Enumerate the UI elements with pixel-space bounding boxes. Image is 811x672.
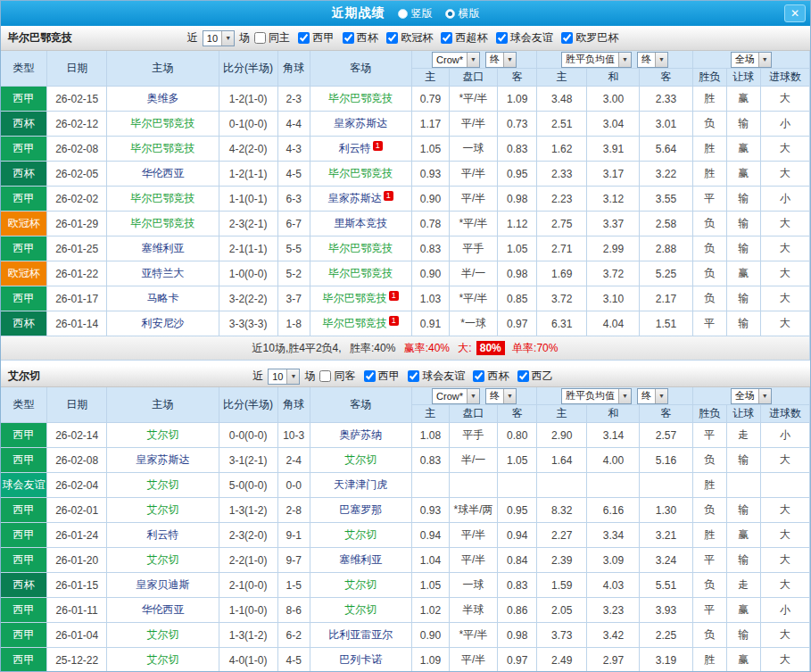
col-header-away: 客场 bbox=[310, 387, 412, 423]
checkbox-input[interactable] bbox=[319, 370, 331, 382]
score-cell: 1-1(0-0) bbox=[219, 598, 278, 623]
checkbox-input[interactable] bbox=[561, 32, 573, 44]
avg-type-select[interactable]: 胜平负均值 ▼ bbox=[561, 388, 632, 404]
home-team-link[interactable]: 华伦西亚 bbox=[141, 603, 184, 616]
home-team-link[interactable]: 利安尼沙 bbox=[141, 317, 184, 329]
league-filter-checkbox[interactable]: 西杯 bbox=[343, 30, 378, 46]
league-filter-checkbox[interactable]: 同客 bbox=[319, 369, 355, 384]
away-team-link[interactable]: 毕尔巴鄂竞技 bbox=[328, 92, 393, 104]
league-filter-checkbox[interactable]: 西杯 bbox=[473, 369, 509, 384]
avg-draw-cell: 4.04 bbox=[587, 311, 640, 336]
layout-radio-horizontal[interactable]: 横版 bbox=[445, 6, 480, 21]
checkbox-input[interactable] bbox=[473, 370, 484, 382]
home-team-link[interactable]: 奥维多 bbox=[146, 92, 178, 104]
avg-draw-cell: 3.10 bbox=[587, 286, 640, 311]
layout-radio-vertical[interactable]: 竖版 bbox=[398, 6, 433, 21]
checkbox-input[interactable] bbox=[408, 370, 419, 382]
checkbox-input[interactable] bbox=[364, 370, 376, 382]
home-team-link[interactable]: 毕尔巴鄂竞技 bbox=[130, 142, 194, 154]
date-cell: 26-01-15 bbox=[47, 573, 107, 598]
odds-final-select[interactable]: 终 ▼ bbox=[485, 388, 517, 404]
away-team-link[interactable]: 巴列卡诺 bbox=[339, 653, 382, 666]
avg-final-select[interactable]: 终 ▼ bbox=[637, 52, 668, 68]
close-button[interactable]: ✕ bbox=[784, 4, 806, 22]
handicap-line-cell: 平/半 bbox=[450, 162, 498, 187]
home-team-link[interactable]: 华伦西亚 bbox=[141, 167, 184, 179]
match-row: 西甲 26-02-14 艾尔切 0-0(0-0) 10-3 奥萨苏纳 1.08 … bbox=[1, 423, 810, 448]
away-team-cell: 毕尔巴鄂竞技 bbox=[310, 261, 412, 286]
league-filter-checkbox[interactable]: 西甲 bbox=[364, 369, 400, 384]
away-team-link[interactable]: 艾尔切 bbox=[344, 453, 377, 466]
avg-away-cell: 2.25 bbox=[640, 623, 692, 648]
home-team-link[interactable]: 亚特兰大 bbox=[141, 267, 184, 279]
avg-type-select[interactable]: 胜平负均值 ▼ bbox=[561, 52, 632, 68]
away-team-link[interactable]: 塞维利亚 bbox=[339, 553, 382, 566]
result-cell: 负 bbox=[693, 286, 727, 311]
home-team-link[interactable]: 毕尔巴鄂竞技 bbox=[130, 192, 194, 204]
match-row: 西甲 26-01-25 塞维利亚 2-1(1-1) 5-5 毕尔巴鄂竞技 0.8… bbox=[1, 236, 810, 261]
checkbox-input[interactable] bbox=[254, 32, 266, 44]
league-filter-checkbox[interactable]: 同主 bbox=[254, 30, 290, 46]
away-team-link[interactable]: 皇家苏斯达 bbox=[334, 117, 387, 129]
away-team-link[interactable]: 比利亚雷亚尔 bbox=[328, 628, 393, 641]
checkbox-input[interactable] bbox=[517, 370, 529, 382]
home-team-link[interactable]: 毕尔巴鄂竞技 bbox=[130, 217, 194, 229]
home-team-link[interactable]: 艾尔切 bbox=[146, 428, 178, 441]
home-team-link[interactable]: 艾尔切 bbox=[146, 653, 178, 666]
checkbox-input[interactable] bbox=[441, 32, 452, 44]
home-team-link[interactable]: 皇家苏斯达 bbox=[136, 453, 189, 466]
checkbox-input[interactable] bbox=[496, 32, 508, 44]
away-team-link[interactable]: 巴塞罗那 bbox=[339, 503, 382, 516]
result-cell: 胜 bbox=[693, 162, 727, 187]
home-team-link[interactable]: 马略卡 bbox=[146, 292, 178, 304]
avg-away-cell bbox=[640, 473, 692, 498]
away-team-link[interactable]: 毕尔巴鄂竞技 bbox=[323, 292, 387, 304]
league-filter-checkbox[interactable]: 西乙 bbox=[517, 369, 553, 384]
date-cell: 26-02-02 bbox=[47, 187, 107, 212]
handicap-result-cell: 走 bbox=[727, 423, 761, 448]
handicap-line-cell: 平手 bbox=[450, 236, 498, 261]
bookmaker-select[interactable]: Crow* ▼ bbox=[432, 388, 480, 404]
away-team-link[interactable]: 艾尔切 bbox=[344, 578, 377, 591]
checkbox-input[interactable] bbox=[343, 32, 354, 44]
away-team-link[interactable]: 毕尔巴鄂竞技 bbox=[328, 242, 393, 254]
checkbox-input[interactable] bbox=[298, 32, 310, 44]
away-team-link[interactable]: 皇家苏斯达 bbox=[328, 192, 382, 204]
corners-cell: 4-5 bbox=[278, 648, 310, 672]
result-cell: 负 bbox=[693, 623, 727, 648]
league-filter-checkbox[interactable]: 西甲 bbox=[298, 30, 334, 46]
home-team-link[interactable]: 塞维利亚 bbox=[141, 242, 184, 254]
league-filter-checkbox[interactable]: 欧冠杯 bbox=[386, 30, 433, 46]
home-team-link[interactable]: 艾尔切 bbox=[146, 478, 178, 491]
home-team-link[interactable]: 艾尔切 bbox=[146, 628, 178, 641]
home-team-link[interactable]: 毕尔巴鄂竞技 bbox=[130, 117, 194, 129]
home-team-link[interactable]: 艾尔切 bbox=[146, 553, 178, 566]
away-team-link[interactable]: 毕尔巴鄂竞技 bbox=[328, 267, 393, 279]
checkbox-input[interactable] bbox=[386, 32, 398, 44]
away-team-link[interactable]: 毕尔巴鄂竞技 bbox=[323, 317, 387, 329]
league-filter-checkbox[interactable]: 欧罗巴杯 bbox=[561, 30, 618, 46]
match-count-select[interactable]: 10 ▼ bbox=[203, 30, 235, 46]
league-filter-checkbox[interactable]: 球会友谊 bbox=[408, 369, 465, 384]
away-team-cell: 比利亚雷亚尔 bbox=[310, 623, 412, 648]
scope-select[interactable]: 全场 ▼ bbox=[731, 388, 772, 404]
avg-draw-cell: 3.72 bbox=[587, 261, 640, 286]
away-team-link[interactable]: 毕尔巴鄂竞技 bbox=[328, 167, 393, 179]
home-team-link[interactable]: 皇家贝迪斯 bbox=[136, 578, 189, 591]
away-team-link[interactable]: 艾尔切 bbox=[344, 603, 377, 616]
away-team-link[interactable]: 天津津门虎 bbox=[334, 478, 387, 491]
match-count-select[interactable]: 10 ▼ bbox=[268, 369, 300, 385]
bookmaker-select[interactable]: Crow* ▼ bbox=[432, 52, 480, 68]
away-team-link[interactable]: 里斯本竞技 bbox=[334, 217, 387, 229]
league-filter-checkbox[interactable]: 球会友谊 bbox=[496, 30, 553, 46]
scope-select[interactable]: 全场 ▼ bbox=[731, 52, 772, 68]
away-team-link[interactable]: 利云特 bbox=[339, 142, 371, 154]
away-team-link[interactable]: 艾尔切 bbox=[344, 528, 377, 541]
odds-final-select[interactable]: 终 ▼ bbox=[485, 52, 517, 68]
result-cell: 平 bbox=[693, 423, 727, 448]
avg-final-select[interactable]: 终 ▼ bbox=[637, 388, 668, 404]
league-filter-checkbox[interactable]: 西超杯 bbox=[441, 30, 487, 46]
away-team-link[interactable]: 奥萨苏纳 bbox=[339, 428, 382, 441]
home-team-link[interactable]: 利云特 bbox=[146, 528, 178, 541]
home-team-link[interactable]: 艾尔切 bbox=[146, 503, 178, 516]
